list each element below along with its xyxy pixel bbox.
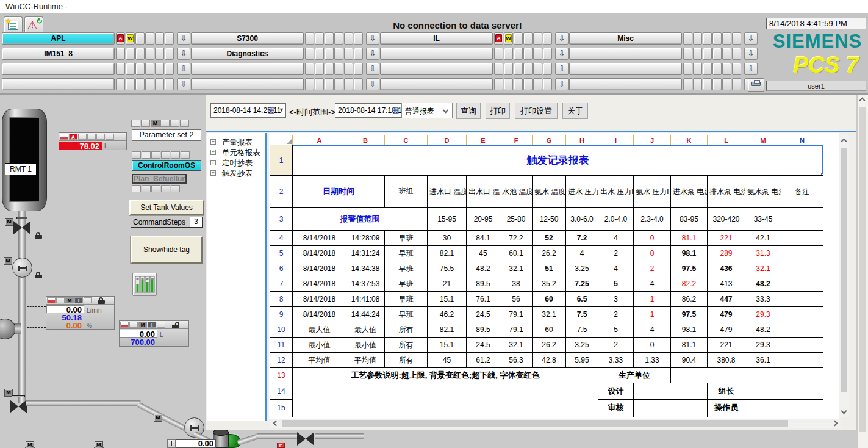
column-header-D[interactable]: D bbox=[428, 135, 467, 145]
nav-down-arrow-button[interactable]: ⇩ bbox=[177, 63, 190, 75]
row-header-9[interactable]: 9 bbox=[270, 307, 293, 322]
measure-header[interactable]: 进水泵 电流A bbox=[671, 176, 708, 208]
sign-label-cell[interactable]: 审核 bbox=[598, 400, 634, 416]
time-cell[interactable]: 14:41:08 bbox=[346, 292, 385, 307]
measure-header[interactable]: 进水口 温度°C bbox=[428, 176, 467, 208]
row-header-14[interactable]: 14 bbox=[270, 383, 293, 400]
column-header-E[interactable]: E bbox=[467, 135, 500, 145]
value-cell[interactable] bbox=[781, 231, 823, 246]
measure-header[interactable]: 氨水泵 电流A bbox=[745, 176, 781, 208]
shift-cell[interactable]: 早班 bbox=[385, 261, 428, 276]
print-button[interactable]: 打印 bbox=[486, 103, 510, 119]
alarm-range-cell[interactable]: 33-45 bbox=[745, 208, 781, 231]
empty-cell[interactable] bbox=[293, 416, 598, 417]
empty-cell[interactable] bbox=[634, 416, 708, 417]
column-header-A[interactable]: A bbox=[293, 135, 346, 145]
stat-value-cell[interactable]: 98.1 bbox=[671, 322, 708, 338]
stat-value-cell[interactable]: 36.1 bbox=[745, 353, 781, 368]
value-cell[interactable]: 97.5 bbox=[671, 307, 708, 322]
stat-value-cell[interactable]: 26.2 bbox=[533, 338, 566, 353]
alarm-range-cell[interactable]: 83-95 bbox=[671, 208, 708, 231]
scroll-right-icon[interactable] bbox=[832, 421, 838, 427]
value-cell[interactable]: 7.25 bbox=[566, 276, 598, 292]
column-header-M[interactable]: M bbox=[745, 135, 781, 145]
column-header-L[interactable]: L bbox=[708, 135, 745, 145]
expand-plus-icon[interactable]: + bbox=[210, 160, 216, 165]
control-room-os-button[interactable]: ControlRoomOS bbox=[132, 160, 201, 171]
nav-down-arrow-button[interactable]: ⇩ bbox=[366, 48, 379, 60]
scrollbar-thumb[interactable] bbox=[841, 148, 847, 392]
value-cell[interactable]: 21 bbox=[428, 276, 467, 292]
value-cell[interactable]: 4 bbox=[598, 231, 634, 246]
stat-scope-cell[interactable]: 所有 bbox=[385, 322, 428, 338]
nav-down-arrow-button[interactable]: ⇩ bbox=[744, 63, 758, 75]
empty-cell[interactable] bbox=[671, 368, 823, 383]
value-cell[interactable]: 75.5 bbox=[428, 261, 467, 276]
value-cell[interactable]: 26.2 bbox=[533, 246, 566, 261]
stat-label-cell[interactable]: 最小值 bbox=[293, 338, 346, 353]
row-header-16[interactable] bbox=[270, 416, 293, 417]
stat-label-cell[interactable]: 最大值 bbox=[293, 322, 346, 338]
time-cell[interactable]: 14:31:24 bbox=[346, 246, 385, 261]
value-cell[interactable]: 56 bbox=[500, 292, 533, 307]
window-vertical-scrollbar[interactable] bbox=[858, 95, 868, 448]
nav-down-arrow-button[interactable]: ⇩ bbox=[555, 78, 569, 90]
measure-header[interactable]: 备注 bbox=[781, 176, 823, 208]
scrollbar-thumb[interactable] bbox=[859, 107, 866, 432]
shift-cell[interactable]: 早班 bbox=[385, 307, 428, 322]
stat-value-cell[interactable] bbox=[781, 338, 823, 353]
date-cell[interactable]: 8/14/2018 bbox=[293, 276, 346, 292]
value-cell[interactable]: 6.5 bbox=[566, 292, 598, 307]
row-header-4[interactable]: 4 bbox=[270, 231, 293, 246]
nav-button-empty-2-2[interactable] bbox=[380, 63, 493, 75]
value-cell[interactable]: 2 bbox=[598, 307, 634, 322]
sign-value-cell[interactable] bbox=[634, 400, 708, 416]
value-cell[interactable]: 24.5 bbox=[467, 307, 500, 322]
column-header-K[interactable]: K bbox=[671, 135, 708, 145]
row-header-12[interactable]: 12 bbox=[270, 353, 293, 368]
note-cell[interactable]: 工艺参数说明:超上限, 背景变红色;超下线, 字体变红色 bbox=[293, 368, 598, 383]
value-cell[interactable]: 46.2 bbox=[428, 307, 467, 322]
column-header-C[interactable]: C bbox=[385, 135, 428, 145]
stat-label-cell[interactable]: 平均值 bbox=[346, 353, 385, 368]
measure-header[interactable]: 氨水 温度°C bbox=[533, 176, 566, 208]
value-cell[interactable]: 4 bbox=[566, 246, 598, 261]
report-view-button[interactable]: ★ bbox=[4, 16, 23, 33]
nav-down-arrow-button[interactable]: ⇩ bbox=[555, 32, 569, 45]
stat-value-cell[interactable]: 479 bbox=[708, 322, 745, 338]
stat-value-cell[interactable]: 48.2 bbox=[745, 322, 781, 338]
value-cell[interactable]: 2 bbox=[598, 246, 634, 261]
stat-value-cell[interactable]: 3.25 bbox=[566, 338, 598, 353]
nav-button-empty-1-2[interactable] bbox=[191, 63, 304, 75]
trend-bars-button[interactable] bbox=[132, 273, 157, 296]
nav-button-il[interactable]: IL bbox=[380, 32, 493, 45]
stat-label-cell[interactable]: 最大值 bbox=[346, 322, 385, 338]
nav-down-arrow-button[interactable]: ⇩ bbox=[177, 78, 190, 90]
nav-down-arrow-button[interactable]: ⇩ bbox=[555, 48, 569, 60]
nav-down-arrow-button[interactable]: ⇩ bbox=[366, 63, 379, 75]
sign-label-cell[interactable]: 操作员 bbox=[708, 400, 745, 416]
measure-header[interactable]: 水池 温度°C bbox=[500, 176, 533, 208]
shift-cell[interactable]: 早班 bbox=[385, 276, 428, 292]
row-header-13[interactable]: 13 bbox=[270, 368, 293, 383]
empty-cell[interactable] bbox=[745, 416, 823, 417]
tree-item-2[interactable]: +单元格报表 bbox=[207, 147, 265, 157]
row-header-11[interactable]: 11 bbox=[270, 338, 293, 353]
query-button[interactable]: 查询 bbox=[456, 103, 481, 119]
value-cell[interactable] bbox=[781, 276, 823, 292]
print-setup-button[interactable]: 打印设置 bbox=[515, 103, 558, 119]
shift-cell[interactable]: 早班 bbox=[385, 246, 428, 261]
column-header-G[interactable]: G bbox=[533, 135, 566, 145]
stat-value-cell[interactable]: 380.8 bbox=[708, 353, 745, 368]
alarm-range-cell[interactable]: 2.3-4.0 bbox=[634, 208, 671, 231]
time-cell[interactable]: 14:44:24 bbox=[346, 307, 385, 322]
flow-faceplate[interactable]: M I 0.00 L/min 50.18 0.00 % bbox=[46, 296, 115, 330]
report-type-select[interactable]: 普通报表 bbox=[401, 103, 453, 118]
alarm-range-cell[interactable]: 12-50 bbox=[533, 208, 566, 231]
nav-down-arrow-button[interactable]: ⇩ bbox=[177, 48, 190, 60]
stat-value-cell[interactable]: 79.1 bbox=[500, 322, 533, 338]
stat-value-cell[interactable]: 221 bbox=[708, 338, 745, 353]
time-cell[interactable]: 14:34:38 bbox=[346, 261, 385, 276]
stat-value-cell[interactable]: 4 bbox=[634, 322, 671, 338]
value-cell[interactable] bbox=[781, 292, 823, 307]
